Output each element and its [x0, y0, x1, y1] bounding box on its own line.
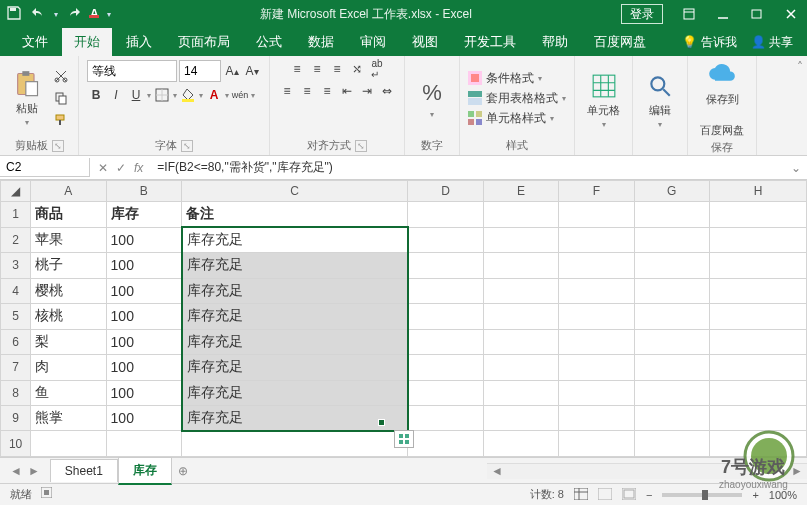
col-F[interactable]: F	[559, 181, 634, 202]
maximize-button[interactable]	[741, 0, 773, 28]
row-9[interactable]: 9	[1, 405, 31, 430]
cut-icon[interactable]	[52, 67, 70, 85]
formula-bar: ✕ ✓ fx =IF(B2<=80,"需补货","库存充足") ⌄	[0, 156, 807, 180]
row-8[interactable]: 8	[1, 380, 31, 405]
autofill-options-icon[interactable]	[394, 430, 414, 448]
row-2[interactable]: 2	[1, 227, 31, 252]
sheet-tab-sheet1[interactable]: Sheet1	[50, 459, 118, 482]
tab-view[interactable]: 视图	[400, 28, 450, 57]
tab-layout[interactable]: 页面布局	[166, 28, 242, 57]
merge-icon[interactable]: ⇔	[378, 82, 396, 100]
orientation-icon[interactable]: ⤭	[348, 60, 366, 78]
tab-file[interactable]: 文件	[10, 28, 60, 57]
font-launcher[interactable]: ⤡	[181, 140, 193, 152]
cell-styles-button[interactable]: 单元格样式 ▾	[468, 110, 566, 127]
row-1[interactable]: 1	[1, 202, 31, 227]
select-all[interactable]: ◢	[1, 181, 31, 202]
fill-handle[interactable]	[378, 419, 385, 426]
conditional-format-button[interactable]: 条件格式 ▾	[468, 70, 566, 87]
number-format-button[interactable]: %▾	[413, 78, 451, 119]
share-button[interactable]: 👤 共享	[751, 34, 793, 51]
indent-dec-icon[interactable]: ⇤	[338, 82, 356, 100]
clipboard-launcher[interactable]: ⤡	[52, 140, 64, 152]
view-layout-icon[interactable]	[598, 488, 612, 502]
tab-help[interactable]: 帮助	[530, 28, 580, 57]
undo-more-icon[interactable]: ▾	[54, 10, 58, 19]
save-icon[interactable]	[6, 5, 22, 24]
minimize-button[interactable]	[707, 0, 739, 28]
cells-button[interactable]: 单元格▾	[583, 71, 624, 129]
zoom-out-button[interactable]: −	[646, 489, 652, 501]
align-left-icon[interactable]: ≡	[278, 82, 296, 100]
align-bot-icon[interactable]: ≡	[328, 60, 346, 78]
formula-input[interactable]: =IF(B2<=80,"需补货","库存充足")	[151, 157, 785, 178]
save-cloud-button[interactable]: 保存到百度网盘	[696, 60, 748, 138]
row-4[interactable]: 4	[1, 278, 31, 303]
align-mid-icon[interactable]: ≡	[308, 60, 326, 78]
name-box[interactable]	[0, 158, 90, 177]
tab-data[interactable]: 数据	[296, 28, 346, 57]
view-normal-icon[interactable]	[574, 488, 588, 502]
row-3[interactable]: 3	[1, 253, 31, 278]
view-break-icon[interactable]	[622, 488, 636, 502]
col-B[interactable]: B	[106, 181, 181, 202]
expand-formula-icon[interactable]: ⌄	[785, 161, 807, 175]
fill-color-icon[interactable]	[179, 86, 197, 104]
close-button[interactable]	[775, 0, 807, 28]
tab-review[interactable]: 审阅	[348, 28, 398, 57]
col-D[interactable]: D	[408, 181, 483, 202]
tell-me[interactable]: 💡 告诉我	[682, 34, 736, 51]
login-button[interactable]: 登录	[621, 4, 663, 24]
indent-inc-icon[interactable]: ⇥	[358, 82, 376, 100]
sheet-tab-kucun[interactable]: 库存	[118, 457, 172, 485]
italic-button[interactable]: I	[107, 86, 125, 104]
macro-record-icon[interactable]	[41, 487, 52, 498]
font-color-icon[interactable]: A	[205, 86, 223, 104]
border-icon[interactable]	[153, 86, 171, 104]
tab-baidu[interactable]: 百度网盘	[582, 28, 658, 57]
font-size-combo[interactable]	[179, 60, 221, 82]
shrink-font-icon[interactable]: A▾	[243, 62, 261, 80]
col-C[interactable]: C	[182, 181, 408, 202]
row-6[interactable]: 6	[1, 329, 31, 354]
col-H[interactable]: H	[709, 181, 806, 202]
grow-font-icon[interactable]: A▴	[223, 62, 241, 80]
ribbon-options-icon[interactable]	[673, 0, 705, 28]
wrap-icon[interactable]: ab↵	[368, 60, 386, 78]
col-G[interactable]: G	[634, 181, 709, 202]
row-7[interactable]: 7	[1, 355, 31, 380]
tab-home[interactable]: 开始	[62, 28, 112, 57]
row-10[interactable]: 10	[1, 431, 31, 457]
col-A[interactable]: A	[31, 181, 106, 202]
copy-icon[interactable]	[52, 89, 70, 107]
align-launcher[interactable]: ⤡	[355, 140, 367, 152]
paste-button[interactable]: 粘贴▾	[8, 69, 46, 127]
align-right-icon[interactable]: ≡	[318, 82, 336, 100]
redo-icon[interactable]	[66, 5, 82, 24]
fx-icon[interactable]: fx	[134, 161, 143, 175]
phonetic-icon[interactable]: wén	[231, 86, 249, 104]
row-5[interactable]: 5	[1, 304, 31, 329]
underline-button[interactable]: U	[127, 86, 145, 104]
undo-icon[interactable]	[30, 5, 46, 24]
format-as-table-button[interactable]: 套用表格格式 ▾	[468, 90, 566, 107]
tab-insert[interactable]: 插入	[114, 28, 164, 57]
col-E[interactable]: E	[483, 181, 558, 202]
tab-dev[interactable]: 开发工具	[452, 28, 528, 57]
format-painter-icon[interactable]	[52, 111, 70, 129]
sheet-nav-prev-icon[interactable]: ◄	[10, 464, 22, 478]
font-color-quick-icon[interactable]: A	[90, 7, 99, 21]
collapse-ribbon-icon[interactable]: ˄	[793, 56, 807, 155]
bold-button[interactable]: B	[87, 86, 105, 104]
align-top-icon[interactable]: ≡	[288, 60, 306, 78]
accept-formula-icon[interactable]: ✓	[116, 161, 126, 175]
cancel-formula-icon[interactable]: ✕	[98, 161, 108, 175]
font-name-combo[interactable]	[87, 60, 177, 82]
new-sheet-button[interactable]: ⊕	[178, 464, 188, 478]
align-center-icon[interactable]: ≡	[298, 82, 316, 100]
tab-formulas[interactable]: 公式	[244, 28, 294, 57]
svg-rect-4	[22, 71, 29, 76]
sheet-nav-next-icon[interactable]: ►	[28, 464, 40, 478]
edit-button[interactable]: 编辑▾	[641, 71, 679, 129]
grid[interactable]: ◢ A B C D E F G H 1商品库存备注 2苹果100库存充足 3桃子…	[0, 180, 807, 457]
